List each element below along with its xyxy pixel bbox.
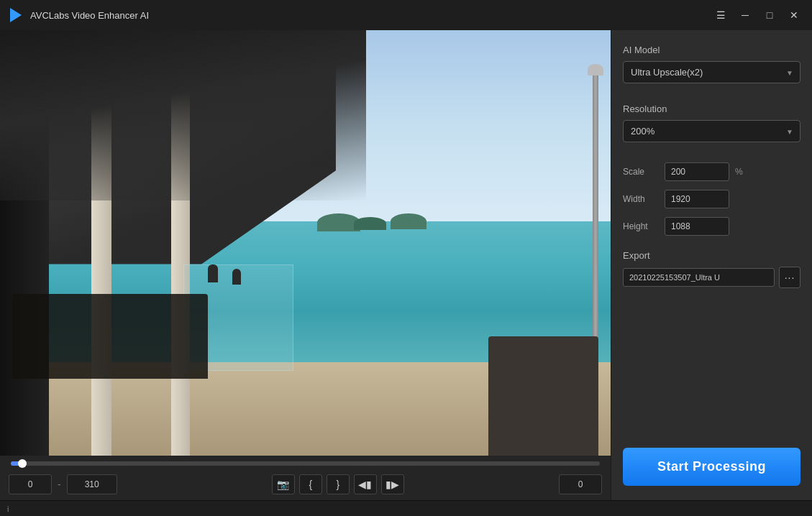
ceiling (0, 30, 366, 201)
height-row: Height (623, 217, 800, 236)
island-3 (391, 213, 426, 229)
window-controls: ☰ ─ □ ✕ (710, 6, 805, 24)
main-content: - 📷 { } ◀▮ ▮▶ AI Model (0, 30, 812, 500)
statusbar: i (0, 500, 812, 516)
scale-unit: % (735, 167, 743, 177)
table-area (12, 294, 208, 379)
start-processing-button[interactable]: Start Processing (623, 448, 800, 486)
width-row: Width (623, 190, 800, 208)
statusbar-text: i (7, 505, 9, 513)
controls-row: - 📷 { } ◀▮ ▮▶ (0, 471, 611, 497)
scale-label: Scale (623, 167, 659, 177)
lamp-head (588, 64, 603, 75)
height-input[interactable] (665, 217, 729, 236)
ai-model-dropdown-wrapper: Ultra Upscale(x2) Standard Upscale(x2) S… (623, 61, 800, 83)
scale-row: Scale % (623, 162, 800, 181)
frame-end-input[interactable] (67, 474, 117, 494)
menu-button[interactable]: ☰ (710, 6, 731, 24)
prev-frame-button[interactable]: ◀▮ (354, 474, 377, 494)
start-processing-wrapper: Start Processing (623, 433, 800, 486)
video-area: - 📷 { } ◀▮ ▮▶ (0, 30, 611, 500)
scrubber-handle[interactable] (18, 459, 27, 468)
resolution-label: Resolution (623, 103, 800, 114)
svg-marker-0 (10, 8, 22, 22)
island-2 (354, 217, 386, 230)
settings-panel: AI Model Ultra Upscale(x2) Standard Upsc… (611, 30, 812, 500)
scrubber-bar[interactable] (11, 461, 600, 466)
mark-in-button[interactable]: { (299, 474, 322, 494)
export-browse-button[interactable]: ··· (779, 267, 800, 288)
close-button[interactable]: ✕ (783, 6, 805, 24)
export-section: Export ··· (623, 250, 800, 288)
ai-model-select[interactable]: Ultra Upscale(x2) Standard Upscale(x2) S… (623, 61, 800, 83)
prev-frame-icon: ◀▮ (358, 479, 372, 490)
mark-out-button[interactable]: } (327, 474, 350, 494)
export-row: ··· (623, 267, 800, 288)
resolution-section: Resolution 100% 150% 200% 300% 400% ▼ Sc… (623, 103, 800, 244)
width-label: Width (623, 194, 659, 204)
export-input[interactable] (623, 268, 775, 287)
scale-input[interactable] (665, 162, 729, 181)
timeline-area: - 📷 { } ◀▮ ▮▶ (0, 456, 611, 500)
video-container (0, 30, 611, 456)
separator: - (56, 479, 63, 490)
person-1 (208, 264, 218, 282)
width-input[interactable] (665, 190, 729, 208)
minimize-button[interactable]: ─ (734, 6, 756, 24)
furniture-right (488, 336, 598, 456)
ai-model-section: AI Model Ultra Upscale(x2) Standard Upsc… (623, 45, 800, 103)
export-label: Export (623, 250, 800, 261)
titlebar: AVCLabs Video Enhancer AI ☰ ─ □ ✕ (0, 0, 812, 30)
next-frame-icon: ▮▶ (386, 479, 399, 490)
app-title: AVCLabs Video Enhancer AI (30, 10, 710, 21)
person-2 (232, 269, 241, 285)
screenshot-button[interactable]: 📷 (272, 474, 295, 494)
next-frame-button[interactable]: ▮▶ (381, 474, 404, 494)
camera-icon: 📷 (277, 479, 289, 490)
height-label: Height (623, 221, 659, 231)
app-logo (7, 6, 24, 24)
resolution-dropdown-wrapper: 100% 150% 200% 300% 400% ▼ (623, 120, 800, 142)
video-scene (0, 30, 611, 456)
frame-display-input[interactable] (559, 474, 602, 494)
resolution-select[interactable]: 100% 150% 200% 300% 400% (623, 120, 800, 142)
frame-start-input[interactable] (9, 474, 52, 494)
ai-model-label: AI Model (623, 45, 800, 55)
maximize-button[interactable]: □ (759, 6, 780, 24)
